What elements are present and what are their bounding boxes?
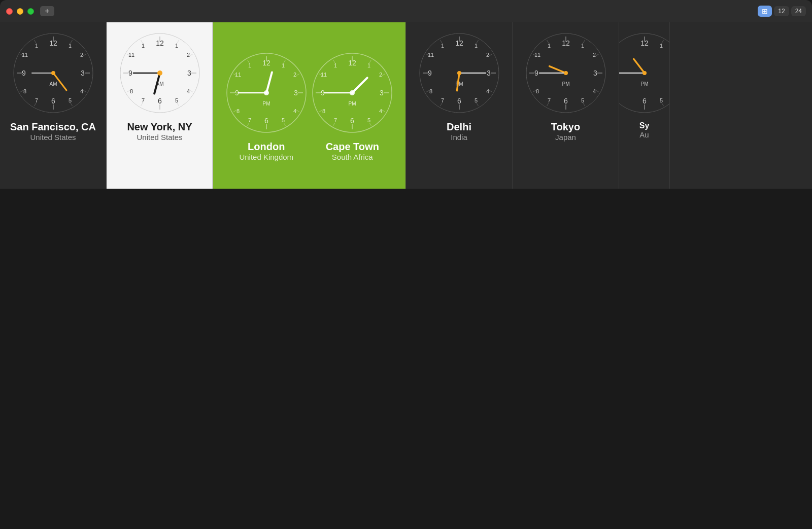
svg-text:6: 6 (350, 117, 354, 125)
svg-text:12: 12 (348, 59, 356, 67)
svg-text:1: 1 (441, 43, 444, 49)
svg-text:PM: PM (349, 101, 356, 107)
svg-text:AM: AM (49, 81, 57, 87)
svg-text:4: 4 (592, 88, 595, 94)
analog-clock-sydney: 12 3 6 2 4 1 5 PM (619, 32, 670, 114)
svg-text:5: 5 (175, 97, 178, 103)
svg-line-94 (382, 110, 385, 112)
close-button[interactable] (6, 8, 13, 15)
svg-point-28 (51, 71, 55, 75)
clock-city-delhi: Delhi (447, 121, 471, 133)
svg-text:6: 6 (457, 97, 461, 105)
12h-label: 12 (778, 8, 785, 15)
svg-text:8: 8 (129, 88, 132, 94)
add-clock-button[interactable]: + (40, 6, 54, 16)
svg-text:3: 3 (81, 69, 85, 77)
clock-country-tokyo: Japan (551, 133, 580, 142)
svg-text:1: 1 (367, 62, 370, 68)
svg-text:11: 11 (427, 52, 433, 58)
svg-text:2: 2 (379, 72, 382, 78)
clock-city-tokyo: Tokyo (551, 121, 580, 133)
svg-text:5: 5 (282, 117, 285, 123)
svg-text:4: 4 (293, 108, 296, 114)
clock-label-tokyo: Tokyo Japan (551, 121, 580, 142)
svg-text:5: 5 (581, 97, 584, 103)
svg-text:1: 1 (68, 43, 71, 49)
grid-view-button[interactable]: ⊞ (758, 6, 772, 17)
svg-text:1: 1 (141, 43, 144, 49)
svg-line-142 (457, 73, 459, 91)
svg-text:8: 8 (322, 108, 325, 114)
svg-text:7: 7 (334, 117, 337, 123)
clock-san-francisco[interactable]: 12 6 9 3 2 4 11 1 8 7 1 5 AM (0, 22, 107, 189)
24h-label: 24 (795, 8, 802, 15)
svg-text:9: 9 (428, 69, 432, 77)
svg-point-115 (350, 90, 355, 95)
svg-text:3: 3 (187, 69, 191, 77)
12h-view-button[interactable]: 12 (774, 6, 789, 16)
svg-text:9: 9 (534, 69, 538, 77)
clock-london-inner: 12 6 9 3 2 4 11 1 8 7 1 5 PM (226, 52, 307, 161)
svg-line-171 (549, 66, 565, 73)
svg-text:8: 8 (23, 88, 26, 94)
svg-text:7: 7 (248, 117, 251, 123)
svg-text:1: 1 (35, 43, 38, 49)
svg-line-122 (489, 54, 492, 56)
clock-capetown-inner: 12 6 9 3 2 4 11 1 8 7 1 5 PM (312, 52, 393, 161)
svg-text:1: 1 (659, 43, 662, 49)
svg-line-151 (595, 54, 598, 56)
svg-line-84 (266, 72, 272, 93)
analog-clock-tokyo: 12 6 9 3 2 4 11 1 8 7 1 5 PM (525, 32, 606, 114)
clock-country: United States (10, 133, 96, 142)
svg-text:3: 3 (593, 69, 597, 77)
analog-clock-capetown: 12 6 9 3 2 4 11 1 8 7 1 5 PM (312, 52, 393, 133)
svg-text:1: 1 (334, 62, 337, 68)
svg-text:7: 7 (441, 97, 444, 103)
svg-text:5: 5 (367, 117, 370, 123)
svg-text:7: 7 (35, 97, 38, 103)
svg-line-64 (296, 74, 299, 76)
svg-text:6: 6 (642, 97, 647, 105)
svg-text:12: 12 (562, 39, 570, 47)
svg-text:11: 11 (235, 72, 241, 78)
clock-city-london: London (239, 141, 293, 153)
clock-tokyo[interactable]: 12 6 9 3 2 4 11 1 8 7 1 5 PM Tokyo (513, 22, 619, 189)
svg-text:3: 3 (294, 89, 298, 97)
svg-text:4: 4 (80, 88, 83, 94)
svg-text:2: 2 (486, 52, 489, 58)
minimize-button[interactable] (17, 8, 23, 15)
clock-new-york[interactable]: 12 6 9 3 2 4 11 1 8 7 1 5 AM New Yor (107, 22, 213, 189)
clock-country-delhi: India (447, 133, 471, 142)
svg-text:1: 1 (248, 62, 251, 68)
clock-delhi[interactable]: 12 6 9 3 2 4 11 1 8 7 1 5 PM Delhi (406, 22, 513, 189)
24h-view-button[interactable]: 24 (791, 6, 806, 16)
clock-country-london: United Kingdom (239, 153, 293, 161)
clock-label-san-francisco: San Fancisco, CA United States (10, 121, 96, 142)
svg-text:12: 12 (156, 39, 164, 47)
clock-panel: 12 6 9 3 2 4 11 1 8 7 1 5 AM (0, 22, 812, 189)
svg-text:6: 6 (564, 97, 568, 105)
fullscreen-button[interactable] (27, 8, 34, 15)
analog-clock-san-francisco: 12 6 9 3 2 4 11 1 8 7 1 5 AM (13, 32, 94, 114)
svg-text:5: 5 (474, 97, 477, 103)
svg-text:2: 2 (293, 72, 296, 78)
clock-label-sydney: Sy Au (639, 121, 650, 139)
svg-text:PM: PM (455, 81, 463, 87)
svg-point-173 (564, 71, 568, 75)
svg-text:6: 6 (51, 97, 55, 105)
svg-text:4: 4 (486, 88, 489, 94)
svg-text:7: 7 (547, 97, 550, 103)
traffic-lights (6, 8, 34, 15)
clock-city-capetown: Cape Town (326, 141, 379, 153)
svg-text:1: 1 (474, 43, 477, 49)
clock-london-capetown[interactable]: 12 6 9 3 2 4 11 1 8 7 1 5 PM (213, 22, 406, 189)
svg-text:6: 6 (158, 97, 162, 105)
svg-line-191 (633, 59, 644, 73)
svg-text:PM: PM (640, 81, 648, 87)
clock-country-capetown: South Africa (326, 153, 379, 161)
svg-text:2: 2 (592, 52, 595, 58)
svg-text:8: 8 (236, 108, 240, 114)
clock-sydney[interactable]: 12 3 6 2 4 1 5 PM Sy Au (619, 22, 670, 189)
svg-text:11: 11 (128, 52, 134, 58)
clock-label-capetown: Cape Town South Africa (326, 141, 379, 161)
